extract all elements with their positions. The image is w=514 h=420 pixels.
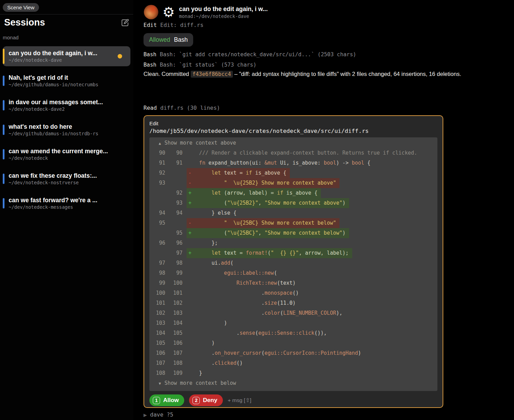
agent-status-line[interactable]: ▶dave ?5 xyxy=(144,411,173,418)
allowed-tool: Bash xyxy=(174,36,188,43)
diff-line: 107108 .clicked() xyxy=(149,358,437,368)
expand-context-below[interactable]: ▼Show more context below xyxy=(149,378,437,388)
deny-button[interactable]: 2 Deny xyxy=(189,394,223,406)
session-title: can we fix these crazy floats:... xyxy=(9,172,97,179)
sessions-title: Sessions xyxy=(4,17,45,28)
deletion-marker: - xyxy=(188,178,191,188)
diff-approval-panel: Edit /home/jb55/dev/notedeck-dave/crates… xyxy=(144,115,443,408)
read-log-line: Readdiff.rs (30 lines) xyxy=(144,105,220,111)
edit-log-label: Edit xyxy=(144,22,157,28)
session-title: can we amend the current merge... xyxy=(9,148,108,155)
diff-line: 93+ ("\u{25B2}", "Show more context abov… xyxy=(149,198,437,208)
chat-subtitle: monad:~/dev/notedeck-dave xyxy=(179,13,268,19)
session-list: can you do the edit again, i w...~/dev/n… xyxy=(3,46,130,218)
diff-line: 9090 /// Render a clickable expand-conte… xyxy=(149,148,437,158)
deletion-marker: - xyxy=(188,218,191,228)
session-accent-bar xyxy=(3,149,4,159)
diff-line: 92+ let (arrow, label) = if is_above { xyxy=(149,188,437,198)
session-title: Nah, let's get rid of it xyxy=(9,74,98,81)
session-accent-bar xyxy=(3,125,4,135)
expand-context-above[interactable]: ▲Show more context above xyxy=(149,138,437,148)
session-path: ~/dev/notedeck xyxy=(9,155,108,161)
diff-line: 97+ let text = format!(" {} {}", arrow, … xyxy=(149,248,437,258)
session-item[interactable]: can we fix these crazy floats:...~/dev/n… xyxy=(3,169,130,189)
diff-line: 9899 egui::Label::new( xyxy=(149,268,437,278)
session-item[interactable]: in dave our ai messages somet...~/dev/no… xyxy=(3,95,130,115)
session-title: can we fast forward? we're a ... xyxy=(9,197,97,204)
panel-tool-label: Edit xyxy=(149,120,437,126)
bash-log-lines: BashBash: `git add crates/notedeck_dave/… xyxy=(144,49,356,70)
session-item[interactable]: Nah, let's get rid of it~/dev/github/dam… xyxy=(3,71,130,91)
sessions-header: Sessions xyxy=(4,17,130,28)
session-accent-bar xyxy=(3,174,4,184)
commit-hash: f43e6f86bcc4 xyxy=(191,71,233,78)
allow-shortcut-key: 1 xyxy=(153,397,160,404)
diff-line: 9494 } else { xyxy=(149,208,437,218)
chat-title: can you do the edit again, i w... xyxy=(179,6,268,13)
session-group-label: monad xyxy=(3,35,19,40)
session-title: can you do the edit again, i w... xyxy=(9,50,97,57)
bash-log-line: BashBash: `git status` (573 chars) xyxy=(144,60,356,70)
session-title: in dave our ai messages somet... xyxy=(9,99,103,106)
addition-marker: + xyxy=(188,188,191,198)
unread-dot xyxy=(118,54,122,59)
chat-header: ⚙ can you do the edit again, i w... mona… xyxy=(144,5,268,19)
session-accent-bar xyxy=(3,76,4,86)
commit-suffix: – "diff: add syntax highlighting to file… xyxy=(233,71,461,77)
diff-line: 9798 ui.add( xyxy=(149,258,437,268)
session-accent-bar xyxy=(3,198,4,208)
read-log-label: Read xyxy=(144,105,157,111)
allowed-badge: Allowed Bash xyxy=(144,33,193,47)
diff-rows: 9090 /// Render a clickable expand-conte… xyxy=(149,148,437,378)
edit-log-detail: Edit: diff.rs xyxy=(160,22,204,28)
sessions-sidebar: Scene View Sessions monad can you do the… xyxy=(0,0,133,420)
approval-actions: 1 Allow 2 Deny + msg [⇧] xyxy=(149,394,437,406)
addition-marker: + xyxy=(188,198,191,208)
triangle-down-icon: ▼ xyxy=(159,381,161,386)
session-path: ~/dev/notedeck-dave xyxy=(9,57,97,63)
deny-shortcut-key: 2 xyxy=(192,397,200,404)
compose-icon xyxy=(120,23,130,29)
diff-line: 105106 ) xyxy=(149,338,437,348)
triangle-right-icon: ▶ xyxy=(144,412,147,418)
gear-icon[interactable]: ⚙ xyxy=(161,5,176,19)
diff-line: 100101 .monospace() xyxy=(149,288,437,298)
add-message-hint[interactable]: + msg [⇧] xyxy=(228,397,251,403)
session-item[interactable]: what's next to do here~/dev/github/damus… xyxy=(3,120,130,140)
session-item[interactable]: can we fast forward? we're a ...~/dev/no… xyxy=(3,193,130,213)
session-path: ~/dev/notedeck-dave2 xyxy=(9,106,103,112)
chat-main: ⚙ can you do the edit again, i w... mona… xyxy=(144,0,514,420)
deny-label: Deny xyxy=(203,397,217,404)
diff-line: 95+ ("\u{25BC}", "Show more context belo… xyxy=(149,228,437,238)
sidebar-divider xyxy=(0,14,133,14)
agent-status-text: dave ?5 xyxy=(150,411,173,418)
session-path: ~/dev/github/damus-io/nostrdb-rs xyxy=(9,131,98,136)
bash-log-line: BashBash: `git add crates/notedeck_dave/… xyxy=(144,49,356,60)
diff-line: 9696 }; xyxy=(149,238,437,248)
addition-marker: + xyxy=(188,228,191,238)
diff-line: 93- " \u{25B2} Show more context above" xyxy=(149,178,437,188)
allowed-status: Allowed xyxy=(149,36,170,43)
new-session-button[interactable] xyxy=(120,18,130,28)
diff-line: 106107 .on_hover_cursor(egui::CursorIcon… xyxy=(149,348,437,358)
session-item[interactable]: can we amend the current merge...~/dev/n… xyxy=(3,144,130,164)
scene-view-pill[interactable]: Scene View xyxy=(3,3,39,12)
allow-button[interactable]: 1 Allow xyxy=(149,394,184,406)
session-accent-bar xyxy=(3,49,4,64)
triangle-up-icon: ▲ xyxy=(159,141,161,146)
diff-line: 9191 fn expand_button(ui: &mut Ui, is_ab… xyxy=(149,158,437,168)
edit-log-line: EditEdit: diff.rs xyxy=(144,22,204,28)
session-accent-bar xyxy=(3,100,4,110)
diff-line: 102103 .color(LINE_NUMBER_COLOR), xyxy=(149,308,437,318)
session-title: what's next to do here xyxy=(9,123,98,130)
diff-line: 99100 RichText::new(text) xyxy=(149,278,437,288)
session-item[interactable]: can you do the edit again, i w...~/dev/n… xyxy=(3,46,130,66)
read-log-detail: diff.rs (30 lines) xyxy=(160,105,220,111)
panel-file-path: /home/jb55/dev/notedeck-dave/crates/note… xyxy=(149,128,437,134)
deletion-marker: - xyxy=(188,168,191,178)
session-path: ~/dev/notedeck-nostrverse xyxy=(9,180,97,185)
session-path: ~/dev/notedeck-messages xyxy=(9,204,97,210)
diff-code-area: ▲Show more context above 9090 /// Render… xyxy=(149,137,437,391)
commit-prefix: Clean. Committed xyxy=(144,71,191,77)
addition-marker: + xyxy=(188,248,191,258)
